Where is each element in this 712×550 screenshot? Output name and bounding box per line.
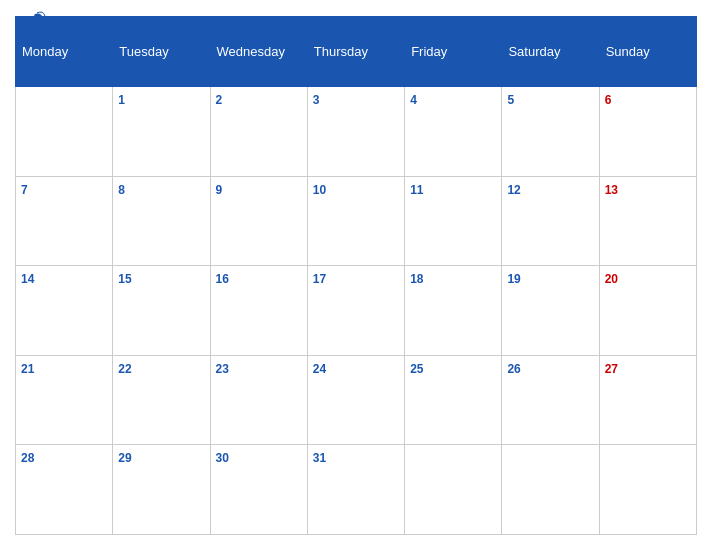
calendar-week-row: 28293031 bbox=[16, 445, 697, 535]
calendar-cell: 17 bbox=[307, 266, 404, 356]
calendar-cell: 20 bbox=[599, 266, 696, 356]
calendar-cell: 1 bbox=[113, 87, 210, 177]
calendar-week-row: 14151617181920 bbox=[16, 266, 697, 356]
day-number: 13 bbox=[605, 183, 618, 197]
header-friday: Friday bbox=[405, 17, 502, 87]
calendar-cell: 24 bbox=[307, 355, 404, 445]
day-number: 16 bbox=[216, 272, 229, 286]
day-number: 7 bbox=[21, 183, 28, 197]
calendar-table: Monday Tuesday Wednesday Thursday Friday… bbox=[15, 16, 697, 535]
calendar-cell: 14 bbox=[16, 266, 113, 356]
day-number: 15 bbox=[118, 272, 131, 286]
day-number: 6 bbox=[605, 93, 612, 107]
calendar-cell: 27 bbox=[599, 355, 696, 445]
day-number: 23 bbox=[216, 362, 229, 376]
calendar-cell: 2 bbox=[210, 87, 307, 177]
header-saturday: Saturday bbox=[502, 17, 599, 87]
day-number: 9 bbox=[216, 183, 223, 197]
calendar-cell: 11 bbox=[405, 176, 502, 266]
calendar-week-row: 78910111213 bbox=[16, 176, 697, 266]
calendar-cell bbox=[599, 445, 696, 535]
day-number: 3 bbox=[313, 93, 320, 107]
calendar-cell: 19 bbox=[502, 266, 599, 356]
calendar-cell: 28 bbox=[16, 445, 113, 535]
calendar-cell: 25 bbox=[405, 355, 502, 445]
calendar-cell: 31 bbox=[307, 445, 404, 535]
calendar-cell: 4 bbox=[405, 87, 502, 177]
day-number: 8 bbox=[118, 183, 125, 197]
calendar-cell: 6 bbox=[599, 87, 696, 177]
weekday-header-row: Monday Tuesday Wednesday Thursday Friday… bbox=[16, 17, 697, 87]
calendar-cell: 7 bbox=[16, 176, 113, 266]
calendar-cell: 3 bbox=[307, 87, 404, 177]
calendar-cell bbox=[502, 445, 599, 535]
calendar-week-row: 123456 bbox=[16, 87, 697, 177]
day-number: 1 bbox=[118, 93, 125, 107]
calendar-cell: 16 bbox=[210, 266, 307, 356]
header-tuesday: Tuesday bbox=[113, 17, 210, 87]
calendar-cell: 9 bbox=[210, 176, 307, 266]
calendar-cell: 12 bbox=[502, 176, 599, 266]
day-number: 22 bbox=[118, 362, 131, 376]
day-number: 21 bbox=[21, 362, 34, 376]
day-number: 5 bbox=[507, 93, 514, 107]
day-number: 11 bbox=[410, 183, 423, 197]
calendar-cell: 22 bbox=[113, 355, 210, 445]
day-number: 29 bbox=[118, 451, 131, 465]
calendar-cell: 23 bbox=[210, 355, 307, 445]
calendar-cell: 5 bbox=[502, 87, 599, 177]
day-number: 30 bbox=[216, 451, 229, 465]
day-number: 12 bbox=[507, 183, 520, 197]
calendar-cell: 18 bbox=[405, 266, 502, 356]
calendar-cell: 30 bbox=[210, 445, 307, 535]
calendar-week-row: 21222324252627 bbox=[16, 355, 697, 445]
day-number: 26 bbox=[507, 362, 520, 376]
calendar-cell bbox=[405, 445, 502, 535]
day-number: 24 bbox=[313, 362, 326, 376]
day-number: 10 bbox=[313, 183, 326, 197]
header-thursday: Thursday bbox=[307, 17, 404, 87]
calendar-cell: 8 bbox=[113, 176, 210, 266]
header-sunday: Sunday bbox=[599, 17, 696, 87]
day-number: 28 bbox=[21, 451, 34, 465]
day-number: 2 bbox=[216, 93, 223, 107]
header-wednesday: Wednesday bbox=[210, 17, 307, 87]
calendar-cell: 29 bbox=[113, 445, 210, 535]
calendar-cell: 15 bbox=[113, 266, 210, 356]
day-number: 19 bbox=[507, 272, 520, 286]
day-number: 17 bbox=[313, 272, 326, 286]
day-number: 20 bbox=[605, 272, 618, 286]
day-number: 4 bbox=[410, 93, 417, 107]
logo-bird-icon bbox=[15, 10, 47, 32]
calendar-cell: 13 bbox=[599, 176, 696, 266]
calendar-cell bbox=[16, 87, 113, 177]
day-number: 31 bbox=[313, 451, 326, 465]
day-number: 14 bbox=[21, 272, 34, 286]
calendar-cell: 10 bbox=[307, 176, 404, 266]
calendar-cell: 21 bbox=[16, 355, 113, 445]
day-number: 27 bbox=[605, 362, 618, 376]
calendar-cell: 26 bbox=[502, 355, 599, 445]
day-number: 25 bbox=[410, 362, 423, 376]
calendar-wrapper: Monday Tuesday Wednesday Thursday Friday… bbox=[0, 0, 712, 550]
day-number: 18 bbox=[410, 272, 423, 286]
logo bbox=[15, 10, 48, 32]
